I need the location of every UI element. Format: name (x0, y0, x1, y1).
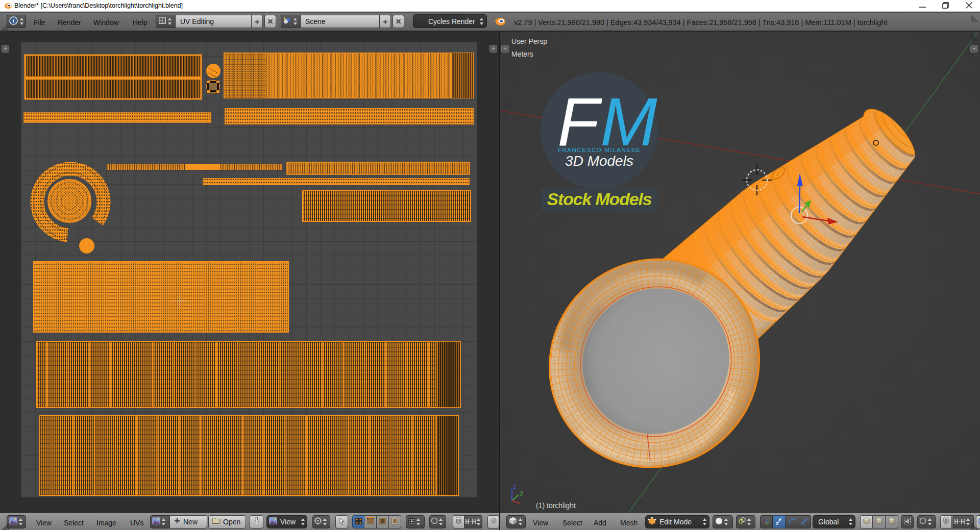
svg-text:Stock Models: Stock Models (547, 189, 652, 209)
svg-text:FRANCESCO MILANESE: FRANCESCO MILANESE (558, 147, 641, 153)
svg-text:Meters: Meters (511, 50, 533, 58)
svg-text:3D Models: 3D Models (565, 153, 633, 169)
svg-text:y: y (520, 489, 523, 496)
svg-text:User Persp: User Persp (511, 37, 547, 45)
svg-text:(1) torchlight: (1) torchlight (536, 501, 576, 510)
svg-text:z: z (513, 483, 516, 490)
svg-text:i: i (13, 17, 14, 23)
